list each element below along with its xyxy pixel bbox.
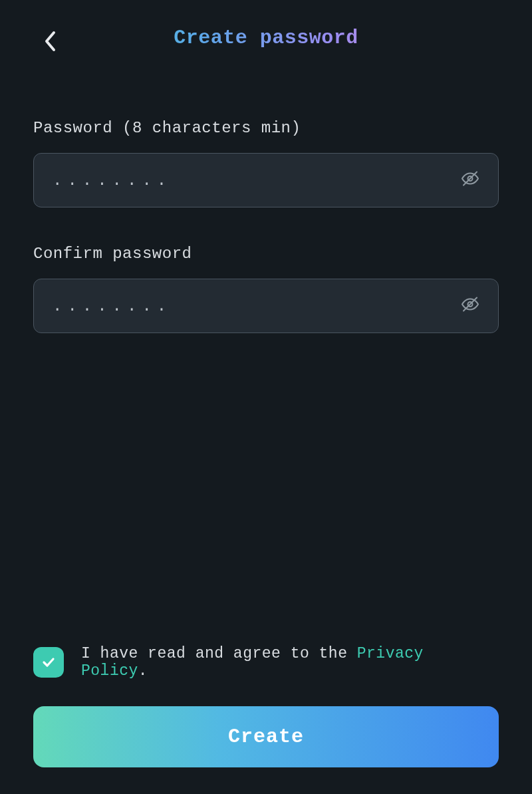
create-button[interactable]: Create <box>33 706 499 767</box>
eye-off-icon[interactable] <box>460 169 480 192</box>
bottom-area: I have read and agree to the Privacy Pol… <box>33 645 499 767</box>
agreement-suffix: . <box>138 662 148 680</box>
password-input[interactable] <box>33 153 499 207</box>
password-input-wrapper <box>33 153 499 207</box>
agreement-checkbox[interactable] <box>33 647 64 678</box>
agreement-row: I have read and agree to the Privacy Pol… <box>33 645 499 680</box>
agreement-prefix: I have read and agree to the <box>81 645 357 662</box>
agreement-text: I have read and agree to the Privacy Pol… <box>81 645 499 680</box>
confirm-password-input-wrapper <box>33 279 499 333</box>
page-title: Create password <box>33 27 499 49</box>
confirm-password-input[interactable] <box>33 279 499 333</box>
form-area: Password (8 characters min) Confirm pass… <box>0 63 532 333</box>
eye-off-icon[interactable] <box>460 295 480 318</box>
back-icon[interactable] <box>44 31 56 55</box>
header: Create password <box>0 0 532 63</box>
confirm-password-label: Confirm password <box>33 245 499 263</box>
password-label: Password (8 characters min) <box>33 119 499 137</box>
